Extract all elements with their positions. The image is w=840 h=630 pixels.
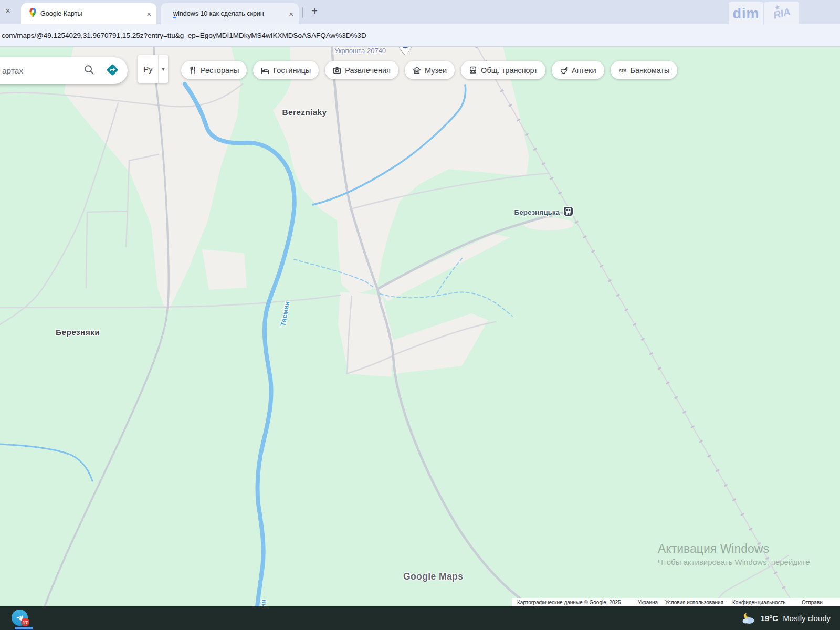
train-station-icon[interactable] (563, 206, 573, 216)
search-box[interactable]: артах (0, 57, 128, 84)
locality-label-cyrillic: Березняки (56, 328, 100, 337)
category-chips: Рестораны Гостиницы Развлечения Музеи Об… (181, 61, 677, 79)
google-maps-pin-icon (29, 8, 36, 19)
browser-tab-bar: × Google Карты × windows 10 как сделать … (0, 0, 840, 24)
tab-google-maps[interactable]: Google Карты × (21, 3, 156, 24)
chip-label: Рестораны (201, 66, 239, 75)
locality-label-latin: Berezniaky (282, 108, 327, 117)
search-input[interactable]: артах (2, 66, 83, 76)
chevron-down-icon[interactable]: ▼ (159, 67, 168, 72)
address-bar[interactable]: com/maps/@49.1254029,31.9670791,15.25z?e… (0, 24, 840, 47)
close-icon[interactable]: × (146, 9, 151, 18)
close-icon[interactable]: × (5, 6, 10, 16)
chip-atms[interactable]: АТМ Банкоматы (611, 61, 678, 79)
language-label: Ру (138, 65, 158, 74)
entertainment-icon (333, 66, 341, 75)
directions-icon[interactable] (106, 63, 119, 79)
tab-title: Google Карты (40, 10, 142, 17)
chip-entertainment[interactable]: Развлечения (325, 61, 398, 79)
restaurants-icon (189, 66, 197, 75)
chip-label: Общ. транспорт (481, 66, 538, 75)
pharmacy-icon (560, 66, 568, 75)
chip-label: Аптеки (572, 66, 596, 75)
chip-label: Музеи (425, 66, 447, 75)
google-maps-watermark: Google Maps (403, 571, 463, 582)
chip-transit[interactable]: Общ. транспорт (461, 61, 545, 79)
tab-title: windows 10 как сделать скрин (173, 10, 285, 17)
atm-icon: АТМ (618, 66, 627, 75)
map-canvas[interactable]: Укрпошта 20740 Березняцька Berezniaky Бе… (0, 46, 840, 606)
attribution-feedback[interactable]: Отправи (802, 600, 823, 605)
ria-watermark: ★RIA (764, 2, 799, 25)
chip-restaurants[interactable]: Рестораны (181, 61, 247, 79)
search-icon[interactable] (83, 64, 95, 78)
tab-windows-screenshot[interactable]: windows 10 как сделать скрин × (161, 3, 299, 24)
dim-watermark: dim (729, 2, 763, 25)
new-tab-button[interactable]: + (308, 5, 321, 17)
attribution-copyright: Картографические данные © Google, 2025 (517, 600, 621, 605)
language-button[interactable]: Ру ▼ (138, 55, 168, 83)
taskbar-highlight (15, 627, 33, 629)
weather-condition: Mostly cloudy (783, 614, 831, 623)
poi-label: Укрпошта 20740 (334, 47, 386, 55)
taskbar-weather[interactable]: 19°C Mostly cloudy (742, 606, 840, 630)
windows-activation-title: Активация Windows (658, 542, 769, 556)
chip-label: Развлечения (345, 66, 391, 75)
attribution-region[interactable]: Украина (638, 600, 658, 605)
svg-text:АТМ: АТМ (619, 68, 626, 72)
close-icon[interactable]: × (289, 9, 293, 18)
map-svg: Укрпошта 20740 Березняцька Berezniaky Бе… (0, 46, 840, 606)
desktop-screen: Укрпошта 20740 Березняцька Berezniaky Бе… (0, 0, 840, 630)
chip-museums[interactable]: Музеи (405, 61, 455, 79)
url-text[interactable]: com/maps/@49.1254029,31.9670791,15.25z?e… (2, 32, 366, 39)
divider (302, 7, 303, 18)
windows-activation-subtitle: Чтобы активировать Windows, перейдите (658, 558, 810, 566)
museums-icon (413, 66, 421, 75)
chip-label: Гостиницы (273, 66, 311, 75)
chip-pharmacies[interactable]: Аптеки (552, 61, 604, 79)
weather-temperature: 19°C (761, 614, 779, 623)
map-attribution: Картографические данные © Google, 2025 У… (512, 598, 840, 606)
weather-icon (742, 612, 756, 624)
urban-area (202, 249, 247, 290)
hotels-icon (261, 66, 269, 75)
windows-taskbar: 17 19°C Mostly cloudy (0, 606, 840, 630)
station-label: Березняцька (514, 208, 560, 216)
chip-label: Банкоматы (631, 66, 670, 75)
attribution-terms[interactable]: Условия использования (665, 600, 723, 605)
notification-badge: 17 (21, 618, 29, 626)
attribution-privacy[interactable]: Конфиденциальность (732, 600, 785, 605)
transit-icon (469, 66, 477, 75)
chip-hotels[interactable]: Гостиницы (253, 61, 319, 79)
